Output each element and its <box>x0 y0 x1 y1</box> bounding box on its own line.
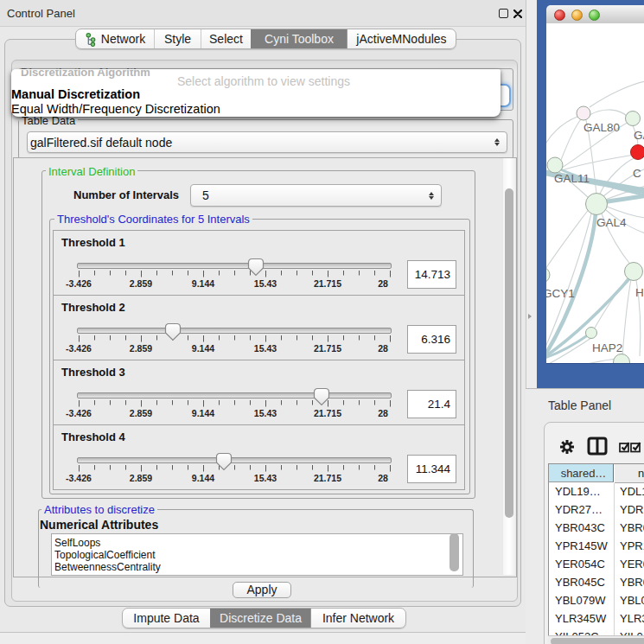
svg-text:C: C <box>633 167 641 180</box>
svg-text:H: H <box>635 286 644 299</box>
svg-text:GA: GA <box>634 129 644 142</box>
svg-text:GAL80: GAL80 <box>583 121 620 134</box>
svg-text:GCY1: GCY1 <box>546 287 575 300</box>
svg-text:GAL4: GAL4 <box>596 216 627 229</box>
svg-text:HAP2: HAP2 <box>592 341 622 354</box>
svg-text:GAL11: GAL11 <box>554 172 590 185</box>
